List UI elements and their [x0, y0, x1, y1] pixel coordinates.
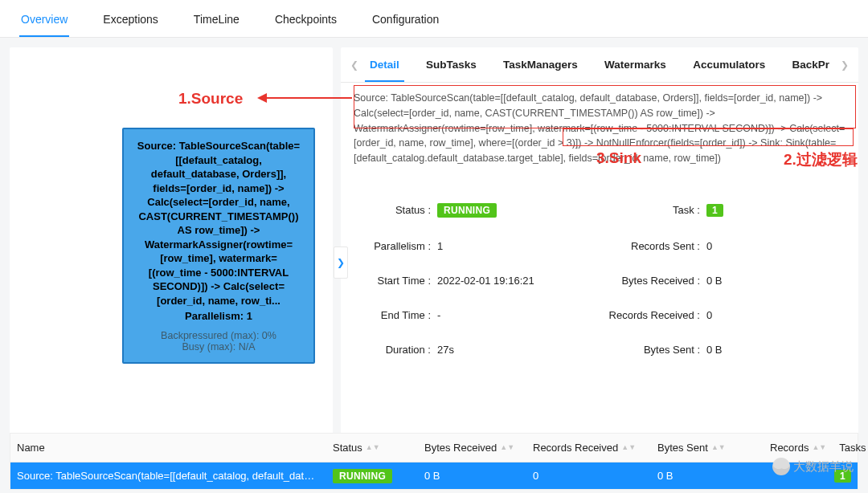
label-parallelism: Parallelism :: [357, 240, 431, 252]
col-bytes-sent[interactable]: Bytes Sent▲▼: [651, 434, 764, 462]
sort-icon: ▲▼: [500, 445, 514, 450]
operator-backpressure: Backpressured (max): 0%: [135, 330, 302, 341]
sort-icon: ▲▼: [812, 445, 826, 450]
scroll-left-icon[interactable]: ❮: [346, 59, 363, 71]
subtab-accumulators[interactable]: Accumulators: [688, 47, 770, 82]
operator-full-text: Source: TableSourceScan(table=[[default_…: [341, 83, 858, 173]
main-tabs: Overview Exceptions TimeLine Checkpoints…: [0, 0, 868, 38]
table-row[interactable]: Source: TableSourceScan(table=[[default_…: [10, 462, 858, 489]
value-start-time: 2022-02-01 19:16:21: [437, 275, 534, 287]
cell-records-received: 0: [526, 462, 651, 489]
scroll-right-icon[interactable]: ❯: [836, 59, 854, 71]
sort-icon: ▲▼: [366, 445, 380, 450]
value-records-received: 0: [706, 309, 712, 321]
tab-checkpoints[interactable]: Checkpoints: [273, 10, 338, 37]
detail-panel: ❯ ❮ Detail SubTasks TaskManagers Waterma…: [341, 47, 858, 441]
label-records-received: Records Received :: [600, 309, 700, 321]
vertices-table: Name Status▲▼ Bytes Received▲▼ Records R…: [10, 433, 858, 490]
value-status: RUNNING: [437, 203, 497, 218]
subtab-detail[interactable]: Detail: [365, 47, 404, 82]
value-bytes-sent: 0 B: [706, 344, 723, 356]
label-task: Task :: [600, 204, 700, 216]
subtab-watermarks[interactable]: Watermarks: [600, 47, 671, 82]
value-task: 1: [706, 204, 723, 217]
operator-busy: Busy (max): N/A: [135, 341, 302, 352]
label-bytes-sent: Bytes Sent :: [600, 344, 700, 356]
detail-sub-tabs: ❮ Detail SubTasks TaskManagers Watermark…: [341, 47, 858, 83]
subtab-taskmanagers[interactable]: TaskManagers: [498, 47, 583, 82]
tab-exceptions[interactable]: Exceptions: [101, 10, 159, 37]
job-graph-panel: Source: TableSourceScan(table=[[default_…: [10, 47, 333, 441]
col-name[interactable]: Name: [10, 434, 326, 462]
label-start-time: Start Time :: [357, 275, 431, 287]
col-records-sent[interactable]: Records▲▼: [764, 434, 833, 462]
label-records-sent: Records Sent :: [600, 240, 700, 252]
value-bytes-received: 0 B: [706, 275, 723, 287]
label-bytes-received: Bytes Received :: [600, 275, 700, 287]
value-duration: 27s: [437, 344, 454, 356]
sort-icon: ▲▼: [711, 445, 726, 450]
label-duration: Duration :: [357, 344, 431, 356]
value-parallelism: 1: [437, 240, 443, 252]
col-tasks[interactable]: Tasks: [833, 434, 868, 462]
collapse-toggle[interactable]: ❯: [334, 246, 348, 279]
cell-tasks: 1: [834, 470, 851, 483]
chevron-right-icon: ❯: [337, 257, 345, 268]
col-bytes-received[interactable]: Bytes Received▲▼: [418, 434, 526, 462]
sort-icon: ▲▼: [621, 445, 636, 450]
label-end-time: End Time :: [357, 309, 431, 321]
col-records-received[interactable]: Records Received▲▼: [526, 434, 651, 462]
tab-configuration[interactable]: Configuration: [371, 10, 440, 37]
cell-bytes-sent: 0 B: [651, 462, 764, 489]
subtab-backpressure[interactable]: BackPr: [787, 47, 834, 82]
cell-records-sent: [764, 469, 828, 483]
col-status[interactable]: Status▲▼: [326, 434, 418, 462]
table-header-row: Name Status▲▼ Bytes Received▲▼ Records R…: [10, 434, 858, 462]
detail-stats: Status : RUNNING Task : 1 Parallelism : …: [341, 173, 858, 394]
value-records-sent: 0: [706, 240, 712, 252]
value-end-time: -: [437, 309, 440, 321]
subtab-subtasks[interactable]: SubTasks: [421, 47, 481, 82]
operator-parallelism: Parallelism: 1: [135, 310, 302, 322]
cell-bytes-received: 0 B: [418, 462, 526, 489]
tab-timeline[interactable]: TimeLine: [192, 10, 241, 37]
tab-overview[interactable]: Overview: [19, 10, 69, 37]
cell-name: Source: TableSourceScan(table=[[default_…: [10, 462, 326, 489]
operator-node[interactable]: Source: TableSourceScan(table=[[default_…: [122, 128, 315, 364]
label-status: Status :: [357, 204, 431, 216]
cell-status: RUNNING: [333, 469, 392, 483]
operator-node-text: Source: TableSourceScan(table=[[default_…: [135, 139, 302, 308]
